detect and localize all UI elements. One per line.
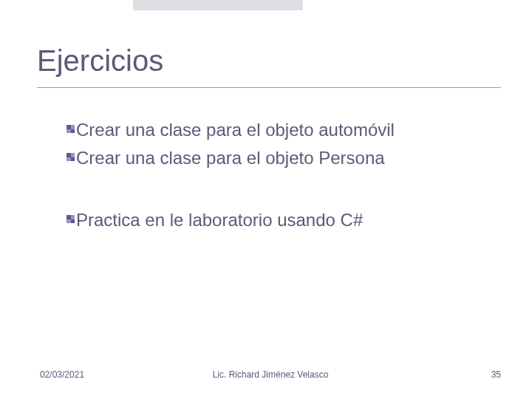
list-item: Practica en le laboratorio usando C#	[66, 208, 502, 232]
footer-date: 02/03/2021	[40, 369, 84, 380]
list-item: Crear una clase para el objeto Persona	[66, 146, 502, 170]
bullet-text: Crear una clase para el objeto automóvil	[76, 118, 395, 142]
footer-author: Lic. Richard Jiménez Velasco	[40, 369, 501, 380]
bullet-text: Practica en le laboratorio usando C#	[76, 208, 363, 232]
spacer	[66, 174, 502, 208]
slide-title: Ejercicios	[37, 44, 495, 78]
diamond-bullet-icon	[66, 153, 75, 161]
footer-page: 35	[491, 369, 501, 380]
decorative-top-bar	[133, 0, 303, 10]
footer: 02/03/2021 Lic. Richard Jiménez Velasco …	[40, 369, 501, 380]
slide-body: Crear una clase para el objeto automóvil…	[66, 118, 502, 236]
list-item: Crear una clase para el objeto automóvil	[66, 118, 502, 142]
diamond-bullet-icon	[66, 215, 75, 223]
title-underline	[37, 87, 501, 88]
bullet-text: Crear una clase para el objeto Persona	[76, 146, 385, 170]
slide: Ejercicios Crear una clase para el objet…	[0, 0, 532, 399]
diamond-bullet-icon	[66, 125, 75, 133]
